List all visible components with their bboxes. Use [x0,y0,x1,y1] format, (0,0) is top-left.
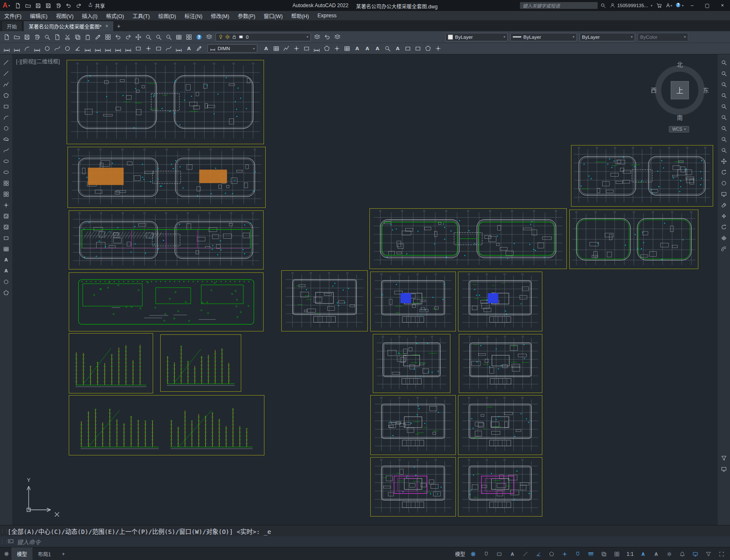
annotation-monitor-toggle[interactable] [676,549,689,559]
plotstyle-combo[interactable]: ByColor ▾ [638,33,688,41]
drawing-heating-plan-3[interactable] [69,210,264,269]
snap-mode-toggle[interactable] [480,549,493,559]
show-motion-button[interactable] [719,188,729,199]
zoom-dynamic-button[interactable] [719,68,729,79]
dimension-space-button[interactable] [113,44,123,53]
close-button[interactable]: × [715,0,730,11]
list-button[interactable] [342,44,352,53]
new-tab-button[interactable]: + [114,21,124,31]
zoom-previous-button[interactable] [164,33,173,41]
arc-button[interactable] [2,112,11,123]
menu-item-file[interactable]: 文件(F) [0,11,26,20]
arc-length-dimension-button[interactable] [22,44,32,53]
revision-cloud-button[interactable] [2,134,11,145]
linear-dimension-button[interactable] [2,44,11,53]
pan-realtime-button[interactable] [134,33,143,41]
center-mark-button[interactable] [144,44,153,53]
open-file-button[interactable] [23,1,32,10]
isometric-drafting-toggle[interactable] [545,549,558,559]
boundary-button[interactable] [403,44,412,53]
object-snap-tracking-toggle[interactable] [558,549,571,559]
table-button[interactable] [2,243,11,254]
layer-states-button[interactable] [333,33,342,41]
quick-dimension-button[interactable] [83,44,92,53]
help-button[interactable]: ? ▾ [675,1,684,10]
point-style-button[interactable] [292,44,301,53]
jogged-linear-button[interactable] [164,44,173,53]
menu-item-draw[interactable]: 绘图(D) [154,11,180,20]
layout-tab-menu-button[interactable] [2,550,11,558]
menu-item-dimension[interactable]: 标注(N) [180,11,207,20]
drawing-heating-plan-4[interactable] [369,208,567,269]
spell-check-button[interactable]: A [393,44,402,53]
region-button[interactable] [2,232,11,243]
compass-south-label[interactable]: 南 [677,114,683,121]
dimstyle-combo[interactable]: DIMN ▾ [207,44,257,53]
transparency-toggle[interactable] [598,549,610,559]
publish-button[interactable] [53,33,62,41]
wipeout-button[interactable] [423,44,433,53]
zoom-in-button[interactable] [719,112,729,123]
single-line-text-button[interactable]: A [2,265,11,276]
drawing-tower-plan-8[interactable] [370,457,456,517]
properties-palette-button[interactable] [174,33,183,41]
dimension-break-button[interactable] [124,44,133,53]
compass-east-label[interactable]: 东 [703,87,709,94]
annotation-scale-button[interactable]: 1:1 [624,549,636,559]
command-dock-grip[interactable]: ⋮⋮ [0,528,8,534]
plot-button[interactable] [32,33,42,41]
apps-button[interactable]: A ▾ [665,1,674,10]
drawing-tower-plan-4[interactable] [373,334,450,393]
clean-screen-toggle[interactable] [715,549,728,559]
zoom-center-button[interactable] [719,90,729,101]
save-as-button[interactable] [43,1,53,10]
drawing-tower-plan-3[interactable] [458,272,542,331]
drawing-tower-plan-6[interactable] [370,395,456,455]
units-button[interactable] [302,44,311,53]
insert-block-button[interactable] [2,178,11,188]
menu-item-parametric[interactable]: 参数(P) [234,11,260,20]
offset-button[interactable] [719,243,729,254]
graphics-performance-toggle[interactable] [689,549,702,559]
undo-button[interactable] [113,33,123,41]
selection-cycling-toggle[interactable] [611,549,623,559]
new-file-button[interactable] [13,1,22,10]
make-block-button[interactable] [2,188,11,199]
compass-west-label[interactable]: 西 [651,87,657,94]
drawing-tower-plan-9[interactable] [458,457,542,517]
zoom-realtime-button[interactable] [144,33,153,41]
grid-display-toggle[interactable] [467,549,479,559]
erase-button[interactable] [719,199,729,210]
drawing-riser-diagram-2[interactable] [160,334,241,392]
text-style-button[interactable]: A [261,44,271,53]
zoom-out-button[interactable] [719,123,729,134]
isolate-objects-button[interactable] [719,452,729,463]
layout-tab-layout1[interactable]: 布局1 [32,547,57,560]
new-layout-button[interactable]: + [57,547,70,560]
tolerance-button[interactable] [134,44,143,53]
drawing-riser-diagram-1[interactable] [69,333,153,393]
inspection-button[interactable] [154,44,163,53]
isolate-objects-toggle[interactable] [702,549,715,559]
share-button[interactable]: 共享 [88,2,105,9]
polar-tracking-toggle[interactable] [532,549,545,559]
ellipse-button[interactable] [2,156,11,167]
drawing-site-plan[interactable] [69,272,264,331]
zoom-object-button[interactable] [719,101,729,112]
undo-button[interactable] [64,1,73,10]
plot-preview-button[interactable] [43,33,52,41]
zoom-all-button[interactable] [719,134,729,145]
account-button[interactable]: 1505999135... ▾ [610,3,652,9]
hardware-acceleration-button[interactable] [719,463,729,474]
mirror-button[interactable] [719,232,729,243]
jogged-dimension-button[interactable] [53,44,62,53]
drawing-tower-plan-7[interactable] [458,395,542,455]
model-space-canvas[interactable]: [-][俯视][二维线框] 北 西 东 南 上 WCS ▾ Y [13,54,717,525]
donut-button[interactable] [2,276,11,287]
design-center-button[interactable] [184,33,194,41]
redo-button[interactable] [74,1,83,10]
gradient-button[interactable] [2,221,11,232]
table-style-button[interactable] [272,44,281,53]
multileader-style-button[interactable] [282,44,291,53]
polygon-button[interactable] [2,90,11,101]
